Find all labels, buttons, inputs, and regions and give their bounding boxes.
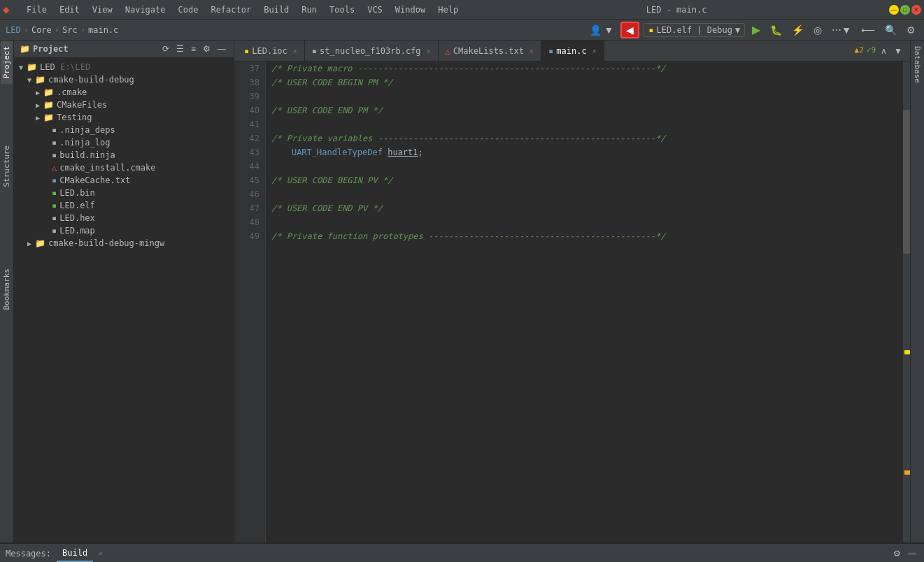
tab-expand-icon[interactable]: ∧ xyxy=(879,45,889,57)
nav-actions: 👤 ▼ ◀ ▪ LED.elf | Debug ▼ ▶ 🐛 ⚡ ◎ ⋯▼ ⟵ 🔍… xyxy=(587,22,918,38)
tree-item-led-hex[interactable]: ▪ LED.hex xyxy=(14,212,234,224)
panel-refresh-icon[interactable]: ⟳ xyxy=(160,43,171,55)
highlighted-back-button[interactable]: ◀ xyxy=(620,22,639,38)
breadcrumb-src[interactable]: Src xyxy=(62,25,78,35)
bottom-settings-icon[interactable]: ⚙ xyxy=(891,548,903,559)
tree-item-cmakecache[interactable]: ▪ CMakeCache.txt xyxy=(14,174,234,187)
run-config-icon: ▪ xyxy=(648,25,653,35)
code-line-38: /* USER CODE BEGIN PM */ xyxy=(271,75,897,89)
breadcrumb-led[interactable]: LED xyxy=(6,25,21,35)
breadcrumb-mainc[interactable]: main.c xyxy=(88,25,118,35)
tree-label-testing: Testing xyxy=(57,113,92,122)
bottom-minimize-icon[interactable]: — xyxy=(906,548,918,559)
tab-actions: ▲2 ✓9 ∧ ▼ xyxy=(855,45,907,57)
tab-icon-cmakelists: △ xyxy=(446,46,450,56)
coverage-button[interactable]: ◎ xyxy=(811,23,825,37)
file-tree: ▼ 📁 LED E:\LED ▼ 📁 cmake-build-debug ▶ 📁… xyxy=(14,58,234,542)
right-sidebar: Database xyxy=(910,41,924,542)
tab-close-main-c[interactable]: ✕ xyxy=(592,47,597,55)
menu-help[interactable]: Help xyxy=(432,3,464,16)
tab-more-icon[interactable]: ▼ xyxy=(892,45,904,57)
panel-list-icon[interactable]: ☰ xyxy=(174,43,186,55)
tree-item-cmake-install[interactable]: △ cmake_install.cmake xyxy=(14,161,234,174)
sidebar-tab-project[interactable]: Project xyxy=(1,41,13,84)
close-button[interactable]: ✕ xyxy=(911,5,921,15)
code-content[interactable]: /* Private macro -----------------------… xyxy=(266,62,903,542)
tree-item-led-map[interactable]: ▪ LED.map xyxy=(14,224,234,237)
tree-item-ninja-deps[interactable]: ▪ .ninja_deps xyxy=(14,124,234,136)
tab-close-st-nucleo[interactable]: ✕ xyxy=(427,47,431,55)
tab-close-cmakelists[interactable]: ✕ xyxy=(529,47,534,55)
tab-main-c[interactable]: ▪ main.c ✕ xyxy=(541,41,604,62)
code-line-48 xyxy=(271,215,897,229)
tree-label-led-elf: LED.elf xyxy=(59,201,95,210)
vertical-scrollbar[interactable] xyxy=(903,62,910,542)
breadcrumb-core[interactable]: Core xyxy=(31,25,52,35)
menu-window[interactable]: Window xyxy=(390,3,431,16)
panel-minimize-icon[interactable]: — xyxy=(215,43,228,55)
run-config[interactable]: ▪ LED.elf | Debug ▼ xyxy=(644,23,745,37)
tab-cmakelists[interactable]: △ CMakeLists.txt ✕ xyxy=(439,41,541,62)
menu-tools[interactable]: Tools xyxy=(324,3,360,16)
tree-item-ninja-log[interactable]: ▪ .ninja_log xyxy=(14,136,234,149)
bottom-tab-build-close[interactable]: ✕ xyxy=(99,549,103,557)
panel-format-icon[interactable]: ≡ xyxy=(189,43,198,55)
menu-file[interactable]: File xyxy=(21,3,52,16)
tree-item-cmake-build-debug[interactable]: ▼ 📁 cmake-build-debug xyxy=(14,73,234,86)
bottom-panel: Messages: Build ✕ ⚙ — [19/21] Building C… xyxy=(0,542,924,562)
tree-item-build-ninja[interactable]: ▪ build.ninja xyxy=(14,149,234,161)
menu-vcs[interactable]: VCS xyxy=(362,3,388,16)
code-line-39 xyxy=(271,89,897,103)
back-nav-button[interactable]: ⟵ xyxy=(858,23,878,37)
right-tab-database[interactable]: Database xyxy=(911,41,923,89)
user-icon[interactable]: 👤 ▼ xyxy=(587,23,617,37)
menu-run[interactable]: Run xyxy=(296,3,322,16)
settings-button[interactable]: ⚙ xyxy=(904,23,918,37)
minimize-button[interactable]: — xyxy=(889,5,899,15)
panel-gear-icon[interactable]: ⚙ xyxy=(201,43,213,55)
tree-label-led-hex: LED.hex xyxy=(59,213,95,223)
tab-st-nucleo[interactable]: ▪ st_nucleo_f103rb.cfg ✕ xyxy=(305,41,439,62)
run-button[interactable]: ▶ xyxy=(749,22,763,38)
tree-label-cmakecache: CMakeCache.txt xyxy=(59,175,130,185)
tree-item-led[interactable]: ▼ 📁 LED E:\LED xyxy=(14,61,234,73)
bottom-tab-build[interactable]: Build xyxy=(57,545,93,562)
profile-button[interactable]: ⚡ xyxy=(789,23,806,37)
folder-icon-cmake: 📁 xyxy=(43,87,54,97)
tab-led-ioc[interactable]: ▪ LED.ioc ✕ xyxy=(237,41,305,62)
more-run-button[interactable]: ⋯▼ xyxy=(829,23,854,37)
menu-build[interactable]: Build xyxy=(258,3,294,16)
menu-edit[interactable]: Edit xyxy=(54,3,85,16)
tree-label-ninja-log: .ninja_log xyxy=(59,138,110,147)
tree-item-led-bin[interactable]: ▪ LED.bin xyxy=(14,187,234,199)
tab-label-main-c: main.c xyxy=(556,46,586,56)
tree-item-cmake[interactable]: ▶ 📁 .cmake xyxy=(14,86,234,99)
tree-item-testing[interactable]: ▶ 📁 Testing xyxy=(14,111,234,124)
tree-item-cmake-build-mingw[interactable]: ▶ 📁 cmake-build-debug-mingw xyxy=(14,237,234,250)
search-button[interactable]: 🔍 xyxy=(882,23,900,37)
debug-button[interactable]: 🐛 xyxy=(767,23,785,37)
maximize-button[interactable]: □ xyxy=(900,5,910,15)
bottom-actions: ⚙ — xyxy=(891,548,918,559)
tree-item-led-elf[interactable]: ▪ LED.elf xyxy=(14,199,234,212)
line-num-49: 49 xyxy=(240,229,260,243)
file-icon-led-map: ▪ xyxy=(52,226,57,236)
tab-icon-st-nucleo: ▪ xyxy=(312,46,317,56)
sidebar-tab-structure[interactable]: Structure xyxy=(1,140,13,193)
tree-item-cmakefiles[interactable]: ▶ 📁 CMakeFiles xyxy=(14,99,234,111)
tab-close-led-ioc[interactable]: ✕ xyxy=(293,47,297,55)
tree-label-led: LED E:\LED xyxy=(40,62,90,72)
menu-refactor[interactable]: Refactor xyxy=(205,3,257,16)
line-number-gutter: 37 38 39 40 41 42 43 44 45 46 47 48 49 xyxy=(234,62,266,542)
tree-arrow-cmake-build: ▼ xyxy=(25,76,34,84)
scroll-marker-nav xyxy=(904,470,910,475)
ok-count[interactable]: ✓9 xyxy=(867,45,876,57)
menu-code[interactable]: Code xyxy=(173,3,204,16)
editor-scroll-wrapper: 37 38 39 40 41 42 43 44 45 46 47 48 49 /… xyxy=(234,62,910,542)
line-num-42: 42 xyxy=(240,131,260,145)
menu-view[interactable]: View xyxy=(87,3,118,16)
warning-count[interactable]: ▲2 xyxy=(855,45,864,57)
code-line-41 xyxy=(271,117,897,131)
menu-navigate[interactable]: Navigate xyxy=(120,3,171,16)
sidebar-tab-bookmarks[interactable]: Bookmarks xyxy=(1,263,13,316)
